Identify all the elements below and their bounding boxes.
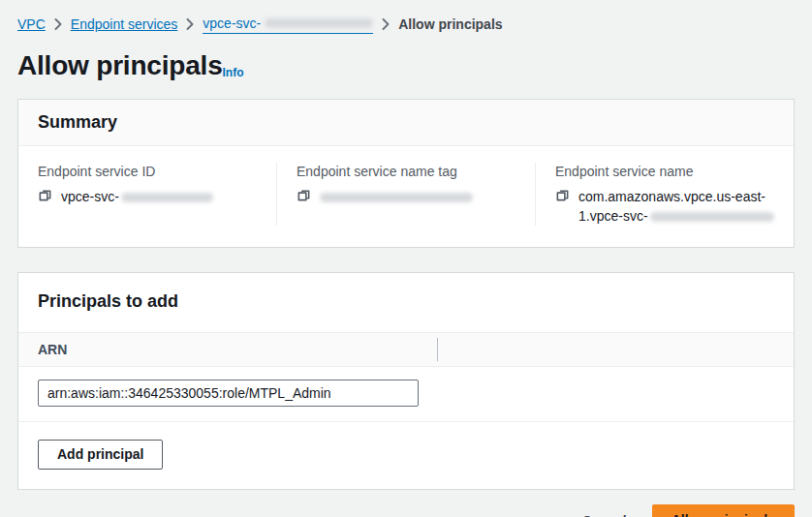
- arn-column-header-row: ARN: [18, 332, 794, 367]
- page-title: Allow principals: [17, 50, 223, 81]
- redacted-text: [121, 193, 213, 202]
- breadcrumb-vpc[interactable]: VPC: [17, 15, 46, 33]
- breadcrumb-current: Allow principals: [398, 15, 502, 33]
- column-divider: [437, 338, 438, 361]
- info-link[interactable]: Info: [223, 66, 244, 79]
- endpoint-service-name-value: com.amazonaws.vpce.us-east-1.vpce-svc-: [578, 187, 774, 226]
- principals-title: Principals to add: [38, 291, 774, 312]
- redacted-text: [650, 212, 774, 222]
- summary-field-endpoint-service-id: Endpoint service ID vpce-svc-: [18, 163, 276, 226]
- field-value: [297, 187, 515, 206]
- allow-principals-page: VPC Endpoint services vpce-svc- Allow pr…: [0, 0, 812, 517]
- footer-actions: Cancel Allow principals: [17, 490, 795, 517]
- summary-card: Summary Endpoint service ID vpce-svc- En…: [17, 99, 795, 248]
- add-principal-row: Add principal: [18, 422, 794, 489]
- principals-card-header: Principals to add: [18, 273, 794, 332]
- allow-principals-button[interactable]: Allow principals: [652, 504, 795, 517]
- summary-field-endpoint-service-name: Endpoint service name com.amazonaws.vpce…: [535, 163, 794, 226]
- breadcrumb: VPC Endpoint services vpce-svc- Allow pr…: [17, 0, 795, 34]
- breadcrumb-endpoint-service-id[interactable]: vpce-svc-: [203, 15, 373, 34]
- copy-icon[interactable]: [297, 187, 311, 202]
- summary-body: Endpoint service ID vpce-svc- Endpoint s…: [18, 146, 794, 247]
- arn-input-row: [18, 367, 794, 422]
- chevron-right-icon: [54, 18, 62, 30]
- summary-title: Summary: [38, 112, 774, 133]
- redacted-text: [320, 193, 473, 202]
- cancel-button[interactable]: Cancel: [582, 512, 627, 517]
- endpoint-service-name-tag-value: [320, 187, 473, 206]
- breadcrumb-endpoint-services[interactable]: Endpoint services: [71, 15, 178, 33]
- page-title-row: Allow principals Info: [17, 50, 795, 81]
- copy-icon[interactable]: [38, 187, 52, 202]
- principals-to-add-card: Principals to add ARN Add principal: [17, 272, 795, 490]
- breadcrumb-service-id-prefix: vpce-svc-: [203, 15, 261, 32]
- arn-input[interactable]: [38, 380, 419, 407]
- field-label: Endpoint service name: [555, 163, 774, 180]
- field-value: vpce-svc-: [38, 187, 257, 206]
- arn-column-header: ARN: [38, 342, 67, 357]
- chevron-right-icon: [382, 18, 390, 30]
- chevron-right-icon: [186, 18, 194, 30]
- field-label: Endpoint service ID: [38, 163, 257, 180]
- redacted-text: [265, 18, 373, 28]
- add-principal-button[interactable]: Add principal: [38, 440, 163, 470]
- summary-field-endpoint-service-name-tag: Endpoint service name tag: [276, 163, 535, 226]
- field-label: Endpoint service name tag: [297, 163, 515, 180]
- field-value: com.amazonaws.vpce.us-east-1.vpce-svc-: [555, 187, 774, 226]
- endpoint-service-id-value: vpce-svc-: [61, 187, 213, 206]
- summary-card-header: Summary: [18, 100, 794, 146]
- copy-icon[interactable]: [555, 187, 570, 202]
